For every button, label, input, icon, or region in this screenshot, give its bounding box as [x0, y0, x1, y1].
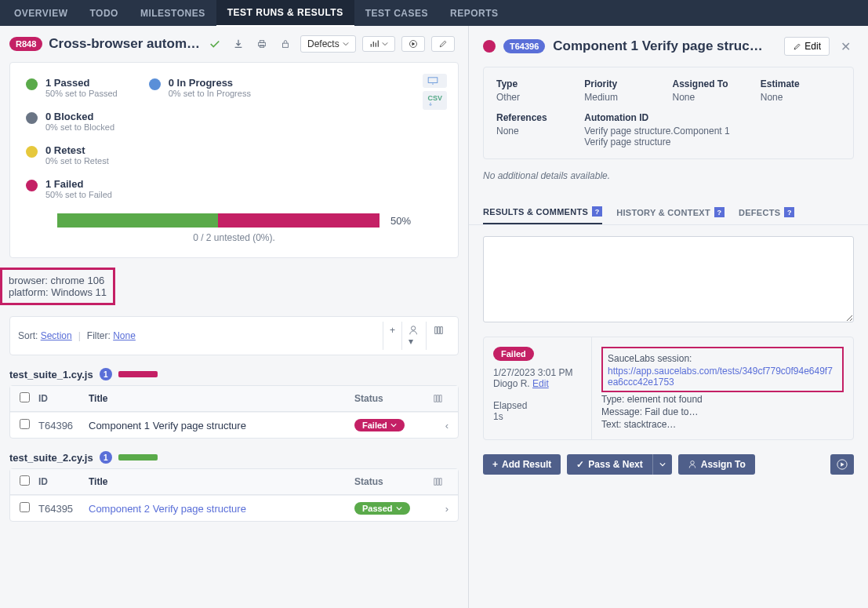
left-panel: R848 Cross-browser autom… Defects [0, 26, 469, 608]
suite-table: ID Title Status T64396 Component 1 Verif… [9, 385, 459, 439]
result-date: 1/27/2023 3:01 PM [493, 367, 582, 378]
svg-rect-1 [260, 41, 263, 43]
meta-box: TypeOtherPriorityMediumAssigned ToNoneEs… [483, 67, 854, 159]
add-result-button[interactable]: +Add Result [483, 454, 561, 475]
chevron-down-icon [343, 41, 349, 47]
close-icon[interactable]: ✕ [837, 38, 854, 56]
meta-item: ReferencesNone [496, 112, 576, 147]
elapsed-label: Elapsed [493, 400, 582, 411]
meta-value: Verify page structure.Component 1 Verify… [584, 126, 753, 147]
nav-milestones[interactable]: MILESTONES [129, 1, 216, 26]
col-id-header: ID [38, 393, 89, 404]
help-icon[interactable]: ? [784, 207, 794, 217]
assign-tool[interactable]: ▾ [401, 322, 426, 350]
suite-name: test_suite_2.cy.js [9, 452, 93, 464]
run-header: R848 Cross-browser autom… Defects [9, 35, 459, 53]
person-icon [688, 460, 697, 469]
lock-icon[interactable] [277, 35, 294, 53]
sort-value-link[interactable]: Section [41, 330, 72, 341]
export-image-button[interactable] [423, 74, 447, 88]
play-button[interactable] [401, 36, 425, 52]
suite-header: test_suite_1.cy.js 1 [9, 368, 459, 380]
row-title[interactable]: Component 2 Verify page structure [89, 503, 354, 515]
status-dot [483, 40, 496, 53]
edit-label: Edit [804, 41, 821, 52]
tab-history[interactable]: HISTORY & CONTEXT? [616, 200, 725, 224]
stat-item: 0 In Progress 0% set to In Progress [149, 77, 251, 98]
columns-menu-icon[interactable] [433, 394, 449, 403]
columns-menu-icon[interactable] [433, 477, 449, 486]
meta-key: Estimate [761, 78, 841, 89]
select-all-checkbox[interactable] [20, 392, 30, 402]
stat-sublabel: 0% set to Blocked [45, 122, 114, 132]
env-browser: browser: chrome 106 [9, 275, 107, 286]
status-dot [26, 78, 38, 90]
nav-reports[interactable]: REPORTS [439, 1, 510, 26]
edit-run-button[interactable] [431, 36, 455, 52]
meta-key: References [496, 112, 576, 123]
pass-next-dropdown[interactable] [653, 454, 672, 475]
suite-count-badge: 1 [100, 451, 112, 464]
stat-sublabel: 50% set to Passed [45, 89, 118, 98]
run-title: Cross-browser autom… [49, 36, 200, 52]
nav-test-runs[interactable]: TEST RUNS & RESULTS [216, 0, 354, 27]
stat-label: 1 Passed [45, 77, 118, 89]
play-action-button[interactable] [830, 454, 854, 475]
help-icon[interactable]: ? [592, 206, 602, 217]
detail-header: T64396 Component 1 Verify page struc… Ed… [469, 26, 868, 67]
print-icon[interactable] [253, 35, 271, 53]
filter-value-link[interactable]: None [113, 330, 136, 341]
select-all-checkbox[interactable] [20, 475, 30, 486]
table-row[interactable]: T64396 Component 1 Verify page structure… [10, 412, 458, 438]
meta-value: Medium [584, 92, 664, 103]
svg-point-7 [690, 461, 694, 465]
export-icon[interactable] [230, 35, 247, 53]
edit-result-link[interactable]: Edit [532, 378, 549, 389]
pass-next-button[interactable]: ✓Pass & Next [567, 454, 652, 475]
chart-dropdown[interactable] [362, 36, 395, 52]
sauce-box: SauceLabs session: https://app.saucelabs… [601, 347, 844, 392]
svg-point-6 [412, 326, 416, 330]
nav-todo[interactable]: TODO [78, 1, 129, 26]
help-icon[interactable]: ? [714, 207, 725, 217]
defects-dropdown[interactable]: Defects [300, 35, 356, 53]
col-title-header: Title [89, 393, 354, 404]
export-csv-button[interactable]: CSV [423, 91, 447, 110]
filter-label: Filter: [87, 330, 111, 341]
tab-results[interactable]: RESULTS & COMMENTS? [483, 200, 602, 224]
environment-box: browser: chrome 106 platform: Windows 11 [0, 268, 115, 305]
row-checkbox[interactable] [20, 502, 30, 512]
table-row[interactable]: T64395 Component 2 Verify page structure… [10, 495, 458, 521]
status-dot [26, 146, 38, 158]
col-id-header: ID [38, 476, 89, 487]
status-dot [26, 180, 38, 191]
edit-test-button[interactable]: Edit [784, 37, 830, 56]
result-type: Type: element not found [601, 394, 844, 405]
result-author: Diogo R. [493, 378, 530, 389]
detail-tabs: RESULTS & COMMENTS? HISTORY & CONTEXT? D… [469, 200, 868, 225]
row-chevron[interactable]: › [433, 503, 449, 515]
nav-test-cases[interactable]: TEST CASES [354, 1, 439, 26]
meta-value: None [673, 92, 753, 103]
stat-sublabel: 0% set to Retest [45, 156, 109, 166]
assign-to-button[interactable]: Assign To [678, 454, 755, 475]
row-title[interactable]: Component 1 Verify page structure [89, 420, 354, 431]
row-checkbox[interactable] [20, 419, 30, 429]
test-id-badge: T64396 [503, 39, 545, 53]
row-chevron[interactable]: ‹ [433, 420, 449, 431]
comment-textarea[interactable] [483, 236, 854, 322]
add-button[interactable]: + [383, 322, 401, 350]
download-icon [427, 102, 434, 107]
status-pill[interactable]: Passed [354, 502, 410, 515]
chevron-down-icon [396, 505, 402, 512]
nav-overview[interactable]: OVERVIEW [3, 1, 78, 26]
columns-tool[interactable] [426, 322, 450, 350]
suite-table: ID Title Status T64395 Component 2 Verif… [9, 468, 459, 522]
sauce-link[interactable]: https://app.saucelabs.com/tests/349cf779… [608, 366, 833, 388]
result-status-badge: Failed [493, 347, 534, 361]
check-icon[interactable] [206, 35, 223, 53]
status-pill[interactable]: Failed [354, 419, 405, 431]
tab-defects[interactable]: DEFECTS? [739, 200, 794, 224]
meta-item: Assigned ToNone [673, 78, 753, 103]
pencil-icon [793, 42, 801, 51]
